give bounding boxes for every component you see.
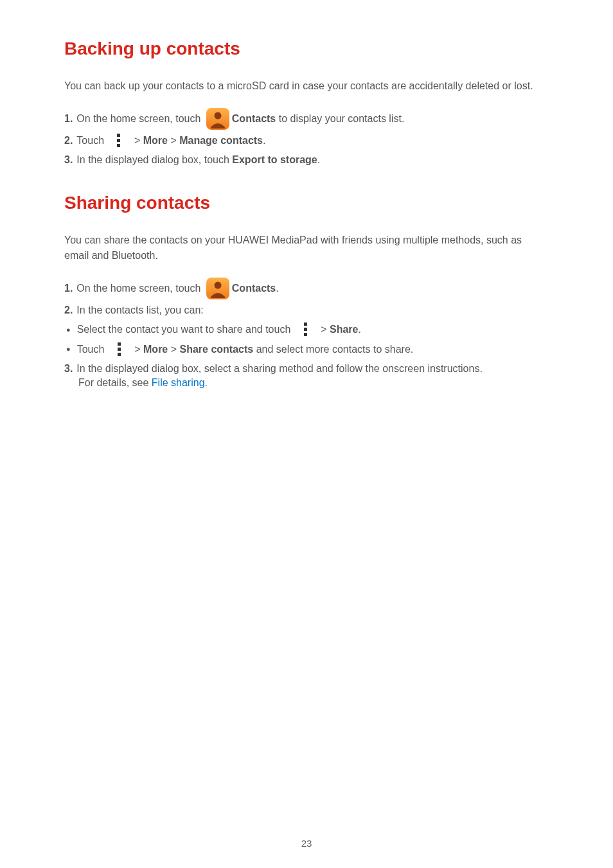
bullet-icon: ● xyxy=(66,323,71,337)
step-2: 2. Touch > More > Manage contacts . xyxy=(64,131,549,150)
contacts-app-icon xyxy=(204,107,231,131)
heading-sharing: Sharing contacts xyxy=(64,193,549,213)
svg-point-6 xyxy=(214,281,221,288)
contacts-label: Contacts xyxy=(232,279,276,298)
step-2: 2. In the contacts list, you can: xyxy=(64,301,549,320)
svg-rect-2 xyxy=(117,134,120,137)
steps-backing-up: 1. On the home screen, touch Contacts xyxy=(64,107,549,170)
svg-rect-3 xyxy=(117,139,120,142)
text: Select the contact you want to share and… xyxy=(77,320,294,339)
text: > xyxy=(168,340,179,359)
text: > xyxy=(168,131,179,150)
section-sharing-contacts: Sharing contacts You can share the conta… xyxy=(64,193,549,391)
text: > xyxy=(132,340,143,359)
text: In the displayed dialog box, touch xyxy=(76,150,232,170)
svg-rect-8 xyxy=(304,328,307,331)
text: . xyxy=(358,320,360,339)
bullet-icon: ● xyxy=(66,342,71,356)
step-1: 1. On the home screen, touch Contacts . xyxy=(64,276,549,301)
text: > xyxy=(318,320,330,339)
text: to display your contacts list. xyxy=(276,109,404,128)
text: . xyxy=(263,131,265,150)
contacts-label: Contacts xyxy=(232,109,276,128)
text: On the home screen, touch xyxy=(76,109,203,128)
text: In the contacts list, you can: xyxy=(76,301,203,320)
bullet-share-one: ● Select the contact you want to share a… xyxy=(64,320,549,339)
heading-backing-up: Backing up contacts xyxy=(64,39,549,59)
text: On the home screen, touch xyxy=(76,279,203,298)
step-number: 3. xyxy=(64,359,73,378)
svg-rect-7 xyxy=(304,323,307,326)
step-number: 3. xyxy=(64,150,73,170)
step-number: 2. xyxy=(64,131,73,150)
page-number: 23 xyxy=(0,838,613,849)
bullet-share-multiple: ● Touch > More > Share contacts and sele… xyxy=(64,340,549,359)
overflow-menu-icon xyxy=(107,132,130,149)
contacts-app-icon xyxy=(204,276,231,301)
file-sharing-link[interactable]: File sharing xyxy=(152,377,205,388)
text: . xyxy=(276,279,278,298)
step-1: 1. On the home screen, touch Contacts xyxy=(64,107,549,131)
more-label: More xyxy=(143,340,168,359)
step-number: 1. xyxy=(64,279,73,298)
text: Touch xyxy=(77,340,107,359)
share-label: Share xyxy=(330,320,358,339)
text: For details, see xyxy=(78,377,152,388)
share-contacts-label: Share contacts xyxy=(180,340,254,359)
svg-rect-12 xyxy=(118,353,121,356)
overflow-menu-icon xyxy=(294,321,317,338)
export-label: Export to storage xyxy=(232,150,317,170)
step-number: 1. xyxy=(64,109,73,128)
svg-rect-4 xyxy=(117,144,120,147)
manage-contacts-label: Manage contacts xyxy=(179,131,263,150)
step-3: 3. In the displayed dialog box, touch Ex… xyxy=(64,150,549,170)
intro-sharing: You can share the contacts on your HUAWE… xyxy=(64,233,549,263)
overflow-menu-icon xyxy=(108,341,131,358)
text: . xyxy=(205,377,208,388)
svg-rect-11 xyxy=(118,348,121,351)
text: and select more contacts to share. xyxy=(253,340,413,359)
text: . xyxy=(317,150,320,170)
text: Touch xyxy=(76,131,107,150)
svg-rect-9 xyxy=(304,333,307,336)
intro-backing-up: You can back up your contacts to a micro… xyxy=(64,78,549,94)
svg-point-1 xyxy=(214,112,221,120)
more-label: More xyxy=(143,131,168,150)
step-number: 2. xyxy=(64,301,73,320)
steps-sharing: 1. On the home screen, touch Contacts . … xyxy=(64,276,549,391)
section-backing-up-contacts: Backing up contacts You can back up your… xyxy=(64,39,549,170)
text: > xyxy=(131,131,143,150)
svg-rect-10 xyxy=(118,342,121,346)
